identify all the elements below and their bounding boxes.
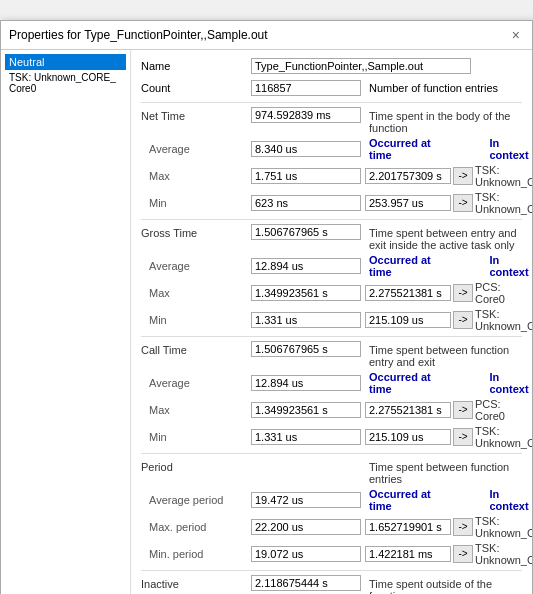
period-label: Period bbox=[141, 458, 251, 473]
period-desc: Time spent between function entries bbox=[361, 458, 522, 485]
left-panel-item-neutral[interactable]: Neutral bbox=[5, 54, 126, 70]
net-time-label: Net Time bbox=[141, 107, 251, 122]
net-avg-row: Average Occurred at time In context bbox=[141, 137, 522, 161]
call-time-row: Call Time Time spent between function en… bbox=[141, 341, 522, 368]
net-time-row: Net Time Time spent in the body of the f… bbox=[141, 107, 522, 134]
gross-max-input[interactable] bbox=[251, 285, 361, 301]
call-min-context: TSK: Unknown_CORE bbox=[475, 424, 532, 449]
inactive-header-row: Inactive Time spent outside of the funct… bbox=[141, 575, 522, 594]
call-occurred-header: Occurred at time bbox=[365, 371, 455, 395]
period-header-row: Period Time spent between function entri… bbox=[141, 458, 522, 485]
period-avg-row: Average period Occurred at time In conte… bbox=[141, 488, 522, 512]
net-max-arrow[interactable]: -> bbox=[453, 167, 473, 185]
left-panel-item-tsk[interactable]: TSK: Unknown_CORE_Core0 bbox=[5, 70, 126, 96]
inactive-input[interactable] bbox=[251, 575, 361, 591]
period-min-row: Min. period -> TSK: Unknown_CORE bbox=[141, 541, 522, 566]
gross-max-context: PCS: Core0 bbox=[475, 280, 522, 305]
call-avg-label: Average bbox=[141, 377, 251, 389]
net-avg-input[interactable] bbox=[251, 141, 361, 157]
call-min-occurred-container bbox=[361, 429, 451, 445]
gross-max-arrow[interactable]: -> bbox=[453, 284, 473, 302]
call-time-input[interactable] bbox=[251, 341, 361, 357]
name-input[interactable] bbox=[251, 58, 471, 74]
net-incontext-header: In context bbox=[489, 137, 532, 161]
call-max-occurred-input[interactable] bbox=[365, 402, 451, 418]
period-min-context: TSK: Unknown_CORE bbox=[475, 541, 532, 566]
call-time-desc: Time spent between function entry and ex… bbox=[361, 341, 522, 368]
period-max-label: Max. period bbox=[141, 521, 251, 533]
gross-max-occurred-container bbox=[361, 285, 451, 301]
gross-avg-input[interactable] bbox=[251, 258, 361, 274]
net-time-input[interactable] bbox=[251, 107, 361, 123]
net-max-value-container bbox=[251, 168, 361, 184]
period-min-label: Min. period bbox=[141, 548, 251, 560]
call-avg-input[interactable] bbox=[251, 375, 361, 391]
period-max-input[interactable] bbox=[251, 519, 361, 535]
period-max-occurred-container bbox=[361, 519, 451, 535]
period-min-occurred-container bbox=[361, 546, 451, 562]
close-button[interactable]: × bbox=[508, 27, 524, 43]
period-min-input[interactable] bbox=[251, 546, 361, 562]
gross-max-occurred-input[interactable] bbox=[365, 285, 451, 301]
period-max-occurred-input[interactable] bbox=[365, 519, 451, 535]
net-time-value-container bbox=[251, 107, 361, 123]
count-input[interactable] bbox=[251, 80, 361, 96]
period-incontext-header: In context bbox=[489, 488, 532, 512]
gross-time-value-container bbox=[251, 224, 361, 240]
gross-min-context: TSK: Unknown_CORE bbox=[475, 307, 532, 332]
gross-min-input[interactable] bbox=[251, 312, 361, 328]
call-max-arrow[interactable]: -> bbox=[453, 401, 473, 419]
net-max-label: Max bbox=[141, 170, 251, 182]
net-min-occurred-input[interactable] bbox=[365, 195, 451, 211]
call-incontext-header: In context bbox=[489, 371, 532, 395]
gross-min-occurred-input[interactable] bbox=[365, 312, 451, 328]
net-max-occurred-input[interactable] bbox=[365, 168, 451, 184]
left-panel: Neutral TSK: Unknown_CORE_Core0 bbox=[1, 50, 131, 594]
period-occurred-header: Occurred at time bbox=[365, 488, 455, 512]
call-avg-value-container bbox=[251, 375, 361, 391]
net-max-row: Max -> TSK: Unknown_CORE bbox=[141, 163, 522, 188]
right-panel: Name Count Number of function entries Ne… bbox=[131, 50, 532, 594]
period-avg-input[interactable] bbox=[251, 492, 361, 508]
period-max-arrow[interactable]: -> bbox=[453, 518, 473, 536]
period-max-context: TSK: Unknown_CORE bbox=[475, 514, 532, 539]
period-max-row: Max. period -> TSK: Unknown_CORE bbox=[141, 514, 522, 539]
period-max-value-container bbox=[251, 519, 361, 535]
count-desc: Number of function entries bbox=[361, 82, 498, 94]
net-min-context: TSK: Unknown_CORE bbox=[475, 190, 532, 215]
net-max-input[interactable] bbox=[251, 168, 361, 184]
net-min-arrow[interactable]: -> bbox=[453, 194, 473, 212]
gross-min-row: Min -> TSK: Unknown_CORE bbox=[141, 307, 522, 332]
count-label: Count bbox=[141, 82, 251, 94]
gross-occurred-header: Occurred at time bbox=[365, 254, 455, 278]
call-max-occurred-container bbox=[361, 402, 451, 418]
inactive-desc: Time spent outside of the function bbox=[361, 575, 522, 594]
call-avg-row: Average Occurred at time In context bbox=[141, 371, 522, 395]
call-max-input[interactable] bbox=[251, 402, 361, 418]
gross-avg-value-container bbox=[251, 258, 361, 274]
gross-time-input[interactable] bbox=[251, 224, 361, 240]
net-min-label: Min bbox=[141, 197, 251, 209]
net-min-input[interactable] bbox=[251, 195, 361, 211]
period-min-arrow[interactable]: -> bbox=[453, 545, 473, 563]
count-row: Count Number of function entries bbox=[141, 80, 522, 96]
call-min-arrow[interactable]: -> bbox=[453, 428, 473, 446]
net-occurred-header: Occurred at time bbox=[365, 137, 455, 161]
net-min-value-container bbox=[251, 195, 361, 211]
call-min-occurred-input[interactable] bbox=[365, 429, 451, 445]
period-min-occurred-input[interactable] bbox=[365, 546, 451, 562]
gross-min-label: Min bbox=[141, 314, 251, 326]
gross-max-value-container bbox=[251, 285, 361, 301]
gross-max-label: Max bbox=[141, 287, 251, 299]
gross-max-row: Max -> PCS: Core0 bbox=[141, 280, 522, 305]
net-max-context: TSK: Unknown_CORE bbox=[475, 163, 532, 188]
gross-min-arrow[interactable]: -> bbox=[453, 311, 473, 329]
net-min-row: Min -> TSK: Unknown_CORE bbox=[141, 190, 522, 215]
name-value-container bbox=[251, 58, 471, 74]
call-max-label: Max bbox=[141, 404, 251, 416]
net-time-desc: Time spent in the body of the function bbox=[361, 107, 522, 134]
call-min-input[interactable] bbox=[251, 429, 361, 445]
period-avg-value-container bbox=[251, 492, 361, 508]
title-bar: Properties for Type_FunctionPointer,,Sam… bbox=[1, 21, 532, 50]
call-time-label: Call Time bbox=[141, 341, 251, 356]
